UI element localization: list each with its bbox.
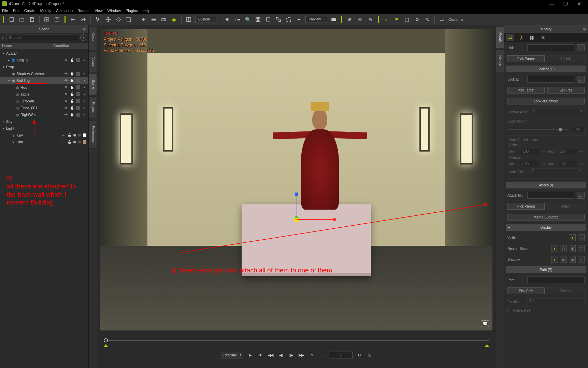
tree-prop[interactable]: ▾Prop bbox=[0, 63, 88, 70]
tool2-icon[interactable]: ⚙ bbox=[413, 16, 421, 23]
look-axis-dropdown[interactable]: X▾ bbox=[530, 168, 583, 175]
new-icon[interactable] bbox=[8, 16, 15, 23]
attach-to-input[interactable] bbox=[527, 192, 574, 199]
viewport-3d[interactable]: FPS : 0 Project Polygon : 56588 Selected… bbox=[100, 29, 492, 330]
azimuth-max-input[interactable] bbox=[558, 148, 577, 154]
visible-on-icon[interactable]: ● bbox=[569, 234, 576, 241]
camera-icon[interactable] bbox=[160, 16, 168, 23]
modify-tab-physics-icon[interactable]: ⚛ bbox=[539, 34, 547, 41]
shadow-off-icon[interactable]: ○ bbox=[578, 256, 585, 263]
playback-mode-dropdown[interactable]: Realtime bbox=[220, 352, 243, 358]
altitude-min-input[interactable] bbox=[520, 161, 539, 167]
modify-tab-transform-icon[interactable]: ⇄ bbox=[506, 34, 514, 41]
modify-tab-material-icon[interactable]: ▦ bbox=[528, 34, 536, 41]
look-at-camera-button[interactable]: Look at Camera bbox=[507, 98, 585, 104]
home-icon[interactable]: ⌂▾ bbox=[234, 16, 241, 23]
timeline-settings-icon[interactable]: ⚙ bbox=[356, 352, 363, 358]
close-button[interactable]: ✕ bbox=[572, 1, 586, 6]
tree-shadow[interactable]: ◉Shadow Catcher bbox=[0, 70, 88, 77]
snap-icon[interactable] bbox=[140, 16, 147, 23]
menu-render[interactable]: Render bbox=[77, 9, 90, 13]
tab-scene[interactable]: Scene bbox=[89, 74, 97, 95]
minimize-button[interactable]: — bbox=[545, 1, 559, 6]
menu-file[interactable]: File bbox=[2, 9, 8, 13]
release-path-button[interactable]: Release bbox=[547, 287, 585, 294]
pick-parent-button[interactable]: Pick Parent bbox=[507, 55, 545, 62]
search-options-icon[interactable]: ▾ bbox=[80, 34, 86, 41]
menu-edit[interactable]: Edit bbox=[13, 9, 19, 13]
stop-button[interactable]: ■ bbox=[257, 352, 264, 358]
visible-off-icon[interactable]: ◡ bbox=[578, 234, 585, 241]
frame-input[interactable] bbox=[329, 352, 353, 358]
rotate-icon[interactable] bbox=[115, 16, 122, 23]
render-wire-icon[interactable]: ⬡ bbox=[560, 245, 567, 252]
modify-close-icon[interactable]: ⊗ bbox=[583, 27, 586, 31]
path-section[interactable]: −Path (P) bbox=[506, 266, 586, 273]
preview-dropdown[interactable]: Preview bbox=[305, 16, 327, 23]
audio-icon[interactable]: ♪ bbox=[318, 352, 325, 358]
gizmo-icon[interactable]: ✦ bbox=[295, 16, 303, 23]
menu-animation[interactable]: Animation bbox=[56, 9, 73, 13]
render-solid-icon[interactable]: ● bbox=[551, 245, 558, 252]
lookat-input[interactable] bbox=[527, 76, 574, 83]
lookat-section[interactable]: −Look at (O) bbox=[506, 66, 586, 72]
link-browse-button[interactable]: … bbox=[577, 44, 585, 51]
camera-dropdown[interactable]: Custom bbox=[195, 16, 216, 23]
tree-key[interactable]: ↘Key⊢ bbox=[0, 132, 88, 139]
shadow-on-icon[interactable]: ● bbox=[551, 256, 558, 263]
tree-table[interactable]: ◎Table bbox=[0, 91, 88, 98]
tab-render[interactable]: Render bbox=[496, 49, 504, 72]
next-frame-button[interactable]: |▶ bbox=[288, 352, 295, 358]
path-input[interactable] bbox=[527, 277, 585, 283]
tree-building[interactable]: ▾◉Building bbox=[0, 77, 88, 84]
light-icon[interactable]: ✺ bbox=[224, 16, 231, 23]
detach-button[interactable]: Detach bbox=[547, 203, 585, 210]
attach-section[interactable]: −Attach (I) bbox=[506, 182, 586, 188]
redo-icon[interactable] bbox=[80, 16, 87, 23]
physics2-icon[interactable]: ⊗ bbox=[356, 16, 364, 23]
forward-button[interactable]: ▶▶ bbox=[298, 352, 305, 358]
menu-plugins[interactable]: Plugins bbox=[126, 9, 138, 13]
unlink-button[interactable]: Unlink bbox=[547, 55, 585, 62]
pick-target-button[interactable]: Pick Target bbox=[507, 87, 545, 94]
region-icon[interactable] bbox=[275, 16, 282, 23]
tree-rim[interactable]: ↘Rim⊢ bbox=[0, 139, 88, 145]
bounds-icon[interactable] bbox=[285, 16, 292, 23]
azimuth-min-input[interactable] bbox=[520, 148, 539, 154]
lookat-axis-dropdown[interactable]: X▾ bbox=[531, 109, 585, 115]
tree-king[interactable]: ▸👤King_2 bbox=[0, 57, 88, 63]
viewport-chat-icon[interactable]: 💬 bbox=[481, 320, 489, 327]
render-box-icon[interactable]: ▣ bbox=[569, 245, 576, 252]
tool1-icon[interactable]: ◫ bbox=[403, 16, 411, 23]
physics3-icon[interactable]: ⊛ bbox=[367, 16, 374, 23]
link-input[interactable] bbox=[527, 44, 574, 51]
shadow-cast-icon[interactable]: ◐ bbox=[560, 256, 567, 263]
merge-subprop-button[interactable]: Merge Sub-prop bbox=[507, 214, 585, 221]
tool3-icon[interactable]: ✎ bbox=[424, 16, 431, 23]
menu-modify[interactable]: Modify bbox=[40, 9, 51, 13]
frame-icon[interactable] bbox=[264, 16, 272, 23]
zoom-icon[interactable]: 🔍 bbox=[244, 16, 252, 23]
bone-icon[interactable]: ⟋ bbox=[383, 16, 390, 23]
attach-browse-button[interactable]: … bbox=[577, 192, 585, 199]
eye-icon[interactable]: ◉ bbox=[170, 16, 178, 23]
tab-project[interactable]: Project bbox=[89, 96, 97, 118]
attach-pick-parent-button[interactable]: Pick Parent bbox=[507, 203, 545, 210]
loop-button[interactable]: ↻ bbox=[308, 352, 315, 358]
set-free-button[interactable]: Set Free bbox=[547, 87, 585, 94]
lookat-browse-button[interactable]: … bbox=[577, 76, 585, 83]
panel-close-icon[interactable]: ⊗ bbox=[83, 27, 86, 31]
render-bounds-icon[interactable]: ⛶ bbox=[578, 245, 585, 252]
grid-icon[interactable] bbox=[254, 16, 262, 23]
timeline-expand-icon[interactable]: ⊞ bbox=[366, 352, 373, 358]
import-icon[interactable] bbox=[43, 16, 51, 23]
menu-view[interactable]: View bbox=[95, 9, 103, 13]
rewind-button[interactable]: ◀◀ bbox=[267, 352, 274, 358]
tree-leftwall[interactable]: ◎LeftWall bbox=[0, 98, 88, 104]
tab-preference[interactable]: Preference bbox=[89, 120, 97, 148]
position-input[interactable]: 0.0 bbox=[527, 298, 585, 305]
layout-icon[interactable] bbox=[185, 16, 192, 23]
shadow-receive-icon[interactable]: ◑ bbox=[569, 256, 576, 263]
tree-rightwall[interactable]: ◎RightWall bbox=[0, 111, 88, 118]
modify-tab-motion-icon[interactable]: 🏃 bbox=[517, 34, 525, 41]
